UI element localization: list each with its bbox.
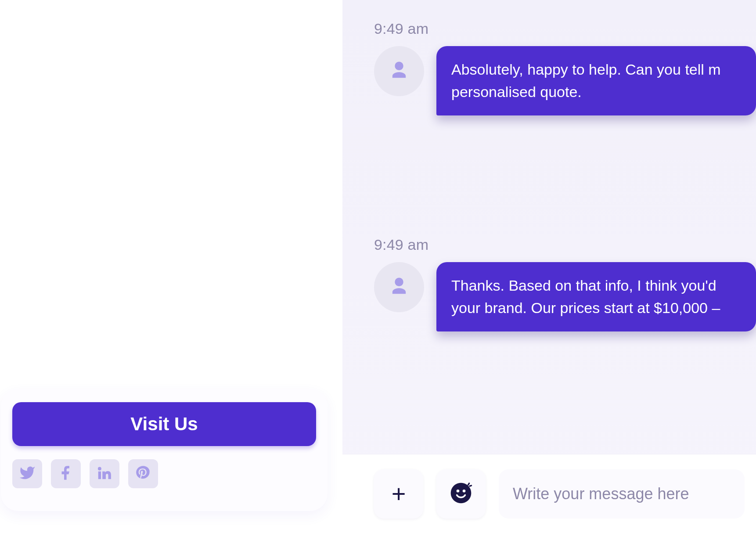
social-pinterest[interactable] xyxy=(128,459,158,488)
plus-icon: + xyxy=(392,482,406,506)
social-facebook[interactable] xyxy=(51,459,81,488)
message-timestamp: 9:49 am xyxy=(374,236,756,253)
message-input[interactable] xyxy=(512,484,745,504)
message-bubble: Absolutely, happy to help. Can you tell … xyxy=(436,46,756,115)
message-row: Absolutely, happy to help. Can you tell … xyxy=(374,46,756,115)
message-bubble: Thanks. Based on that info, I think you'… xyxy=(436,262,756,331)
twitter-icon xyxy=(19,465,36,483)
person-icon xyxy=(388,59,410,83)
message-input-container xyxy=(499,469,745,519)
emoji-button[interactable] xyxy=(436,469,486,519)
emoji-smile-icon xyxy=(449,481,473,507)
message-row: Thanks. Based on that info, I think you'… xyxy=(374,262,756,331)
message-group: 9:49 am Thanks. Based on that info, I th… xyxy=(374,236,756,331)
svg-point-2 xyxy=(463,490,466,493)
social-twitter[interactable] xyxy=(12,459,42,488)
visit-us-button[interactable]: Visit Us xyxy=(12,402,316,446)
sidebar-card: Visit Us xyxy=(1,389,328,511)
svg-point-1 xyxy=(457,490,460,493)
message-timestamp: 9:49 am xyxy=(374,20,756,37)
pinterest-icon xyxy=(135,465,151,483)
avatar xyxy=(374,46,424,96)
linkedin-icon xyxy=(96,465,113,483)
social-linkedin[interactable] xyxy=(90,459,119,488)
social-row xyxy=(12,459,316,488)
person-icon xyxy=(388,275,410,299)
add-attachment-button[interactable]: + xyxy=(374,469,423,519)
chat-input-bar: + xyxy=(342,454,756,533)
facebook-icon xyxy=(58,465,74,483)
svg-point-0 xyxy=(451,483,472,503)
chat-panel: 9:49 am Absolutely, happy to help. Can y… xyxy=(342,0,756,533)
avatar xyxy=(374,262,424,312)
message-group: 9:49 am Absolutely, happy to help. Can y… xyxy=(374,20,756,115)
